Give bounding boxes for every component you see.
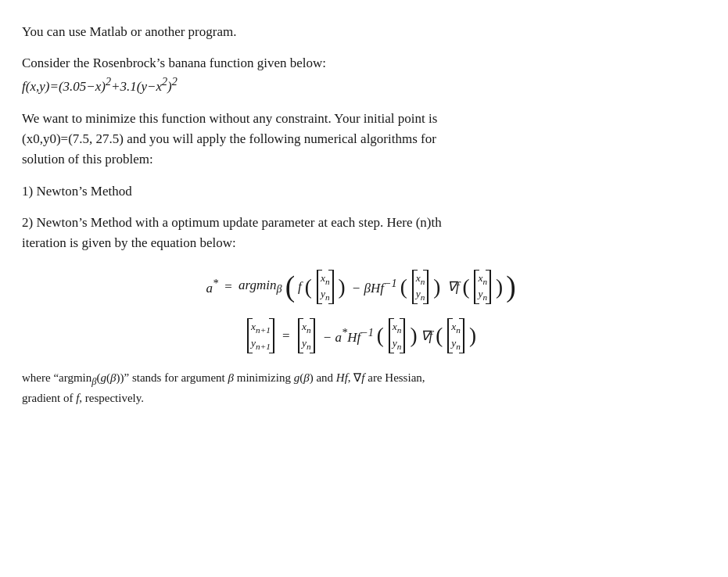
med-paren-left-2: ( <box>400 279 407 295</box>
paragraph-3: We want to minimize this function withou… <box>22 109 700 170</box>
equation-2: xn+1 yn+1 = xn yn − a*Hf−1 ( xn yn ) ∇f <box>22 318 700 353</box>
minus-alpha-star: − a*Hf−1 <box>320 324 374 348</box>
med-paren-left-3: ( <box>462 279 469 295</box>
footnote: where “argminβ(g(β))” stands for argumen… <box>22 369 700 408</box>
matrix-xn-yn-2: xn yn <box>412 270 429 305</box>
med-paren-right-1: ) <box>339 279 346 295</box>
main-content: You can use Matlab or another program. C… <box>22 22 700 408</box>
med-paren-right-3: ) <box>496 279 503 295</box>
matrix-xn-yn-5: xn yn <box>389 318 406 353</box>
big-paren-right-1: ) <box>506 276 515 298</box>
big-paren-left-1: ( <box>285 276 295 298</box>
item2-line2: iteration is given by the equation below… <box>22 235 236 250</box>
equation-1: a* = argminβ ( f ( xn yn ) − βHf−1 ( xn … <box>22 270 700 305</box>
paragraph-2: Consider the Rosenbrock’s banana functio… <box>22 53 700 97</box>
med-paren-right-5: ) <box>469 328 476 343</box>
para3-line1: We want to minimize this function withou… <box>22 111 437 126</box>
nabla-f-2: ∇f <box>421 326 433 346</box>
matrix-xn-yn-4: xn yn <box>298 318 315 353</box>
equals-1: = <box>221 277 235 297</box>
para3-line3: solution of this problem: <box>22 152 153 167</box>
med-paren-left-1: ( <box>305 279 312 295</box>
para2-line1: Consider the Rosenbrock’s banana functio… <box>22 56 326 70</box>
minus-beta: − βHf−1 <box>349 275 397 299</box>
footnote-line1: where “argminβ(g(β))” stands for argumen… <box>22 371 425 384</box>
matrix-xn-yn-1: xn yn <box>317 270 334 305</box>
item1-text: 1) Newton’s Method <box>22 184 132 199</box>
med-paren-right-2: ) <box>433 279 440 295</box>
argmin-beta: argminβ <box>238 275 282 298</box>
med-paren-left-5: ( <box>436 328 443 343</box>
med-paren-left-4: ( <box>377 328 384 343</box>
para3-line2: (x0,y0)=(7.5, 27.5) and you will apply t… <box>22 131 436 146</box>
nabla-f-1: ∇f <box>443 277 459 297</box>
matrix-xn1-yn1: xn+1 yn+1 <box>247 318 274 353</box>
alpha-star: a* <box>206 275 218 299</box>
med-paren-right-4: ) <box>410 328 417 343</box>
matrix-xn-yn-3: xn yn <box>474 270 491 305</box>
para2-formula: f(x,y)=(3.05−x)2+3.1(y−x2)2 <box>22 79 178 94</box>
item-1: 1) Newton’s Method <box>22 181 700 202</box>
para1-text: You can use Matlab or another program. <box>22 24 236 39</box>
equals-2: = <box>279 326 293 346</box>
item-2: 2) Newton’s Method with a optimum update… <box>22 213 700 254</box>
f-sym: f <box>298 277 302 297</box>
matrix-xn-yn-6: xn yn <box>447 318 464 353</box>
paragraph-1: You can use Matlab or another program. <box>22 22 700 42</box>
footnote-line2: gradient of f, respectively. <box>22 392 144 404</box>
item2-line1: 2) Newton’s Method with a optimum update… <box>22 215 442 230</box>
